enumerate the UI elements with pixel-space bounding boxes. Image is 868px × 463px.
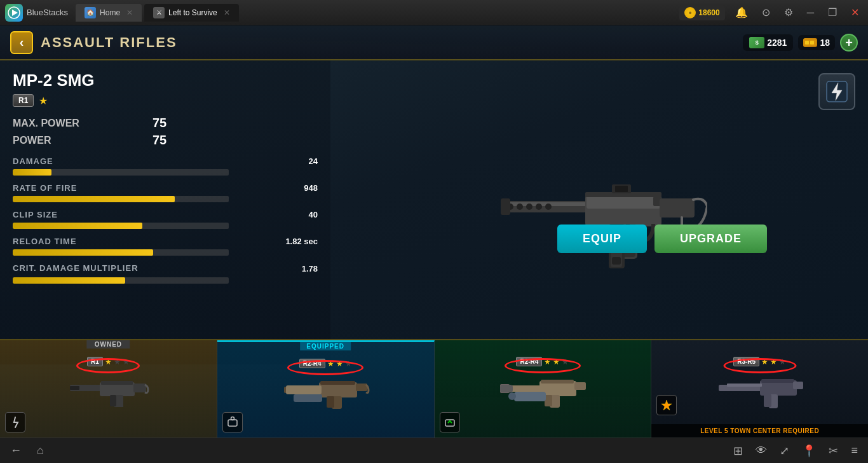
power-row: POWER 75 — [13, 133, 318, 148]
svg-rect-34 — [133, 384, 146, 392]
stat-damage: DAMAGE 24 — [13, 156, 318, 176]
svg-rect-40 — [286, 385, 322, 394]
weapon-slot-4[interactable]: R3-R5 ★ ★ ★ — [651, 340, 868, 438]
svg-rect-42 — [294, 394, 322, 402]
home-tab-close[interactable]: ✕ — [126, 8, 133, 17]
notifications-icon[interactable]: 🔔 — [731, 5, 752, 20]
stat-damage-fill — [13, 169, 51, 176]
cash-amount: 2281 — [767, 38, 787, 48]
svg-rect-31 — [101, 381, 133, 385]
upgrade-button[interactable]: UPGRADE — [654, 225, 767, 253]
rank-row: R1 ★ — [13, 94, 318, 107]
slot-1-star-2: ★ — [114, 357, 121, 366]
screenshot-icon[interactable]: ⊙ — [758, 5, 774, 20]
slot-4-rank: R3-R5 — [733, 357, 759, 366]
weapon-slot-2[interactable]: EQUIPPED R2-R4 ★ ★ ★ — [217, 340, 435, 438]
slot-1-star-3: ★ — [123, 357, 130, 366]
slot-2-star-2: ★ — [336, 359, 343, 368]
settings-icon[interactable]: ⚙ — [780, 5, 797, 20]
slot-3-star-3: ★ — [562, 357, 569, 366]
weapon-name: MP-2 SMG — [13, 71, 318, 90]
slot-4-type-icon — [660, 399, 673, 411]
stat-damage-label: DAMAGE — [13, 156, 53, 166]
slot-1-tab: OWNED — [87, 340, 130, 349]
slot-2-type-icon — [226, 416, 239, 429]
taskbar-home-button[interactable]: ⌂ — [34, 441, 46, 460]
stat-crit-bar — [13, 277, 229, 284]
stat-rof-value: 948 — [304, 183, 318, 193]
svg-rect-6 — [504, 202, 587, 206]
svg-rect-49 — [500, 385, 513, 392]
stat-rof-fill — [13, 196, 175, 202]
stat-reload-value: 1.82 sec — [285, 237, 318, 246]
taskbar: ← ⌂ ⊞ 👁 ⤢ 📍 ✂ ≡ — [0, 438, 868, 463]
svg-point-11 — [545, 204, 552, 210]
slot-4-star-1: ★ — [761, 357, 768, 366]
svg-rect-29 — [70, 386, 79, 390]
svg-rect-60 — [764, 394, 771, 407]
restore-button[interactable]: ❐ — [824, 5, 841, 20]
back-button[interactable]: ‹ — [10, 31, 33, 54]
svg-rect-43 — [228, 420, 237, 426]
tab-home[interactable]: 🏠 Home ✕ — [76, 4, 142, 22]
slot-4-weapon-svg — [715, 371, 804, 409]
slot-4-weapon — [656, 369, 863, 410]
close-button[interactable]: ✕ — [847, 5, 863, 20]
tab-game[interactable]: ⚔ Left to Survive ✕ — [144, 4, 239, 22]
svg-rect-33 — [110, 395, 116, 406]
svg-rect-14 — [587, 196, 660, 209]
titlebar-right: ● 18600 🔔 ⊙ ⚙ ─ ❐ ✕ — [679, 5, 863, 20]
slot-3-star-1: ★ — [544, 357, 551, 366]
weapon-slot-3[interactable]: R2-R4 ★ ★ ★ — [435, 340, 652, 438]
minimize-button[interactable]: ─ — [803, 6, 818, 20]
stat-clip-value: 40 — [309, 210, 318, 219]
svg-rect-58 — [761, 379, 794, 383]
slot-1-rank-row: R1 ★ ★ ★ — [87, 357, 130, 366]
svg-point-54 — [508, 392, 516, 400]
upgrade-icon-button[interactable] — [818, 73, 855, 110]
bluestacks-label: BlueStacks — [27, 8, 68, 17]
weapon-svg — [491, 149, 707, 276]
stat-rof: RATE OF FIRE 948 — [13, 183, 318, 202]
svg-point-44 — [231, 417, 234, 420]
taskbar-right: ⊞ 👁 ⤢ 📍 ✂ ≡ — [731, 441, 860, 460]
stat-clip-label: CLIP SIZE — [13, 210, 58, 219]
locked-text: LEVEL 5 TOWN CENTER REQUIRED — [651, 424, 868, 438]
svg-rect-41 — [356, 384, 367, 391]
slot-4-star-3: ★ — [779, 357, 786, 366]
stat-reload-bar — [13, 249, 229, 256]
slot-1-weapon — [5, 369, 212, 410]
weapon-stats-panel: MP-2 SMG R1 ★ MAX. POWER 75 POWER 75 — [0, 60, 330, 364]
equip-button[interactable]: EQUIP — [557, 225, 647, 253]
taskbar-menu-icon[interactable]: ≡ — [848, 441, 860, 460]
stat-crit-value: 1.78 — [302, 264, 318, 273]
slot-2-rank: R2-R4 — [299, 359, 325, 368]
taskbar-location-icon[interactable]: 📍 — [799, 441, 818, 460]
slot-4-rank-row: R3-R5 ★ ★ ★ — [733, 357, 786, 366]
gold-bar-icon — [803, 38, 817, 47]
stat-rof-label: RATE OF FIRE — [13, 183, 77, 193]
stat-reload-fill — [13, 249, 153, 256]
power-label: POWER — [13, 135, 153, 146]
slot-2-tab: EQUIPPED — [300, 342, 351, 350]
max-power-row: MAX. POWER 75 — [13, 116, 318, 130]
taskbar-cut-icon[interactable]: ✂ — [826, 441, 841, 460]
weapon-list: OWNED R1 ★ ★ ★ — [0, 339, 868, 438]
taskbar-eye-icon[interactable]: 👁 — [753, 441, 770, 460]
game-tab-close[interactable]: ✕ — [224, 8, 230, 17]
taskbar-expand-icon[interactable]: ⤢ — [777, 441, 792, 460]
stat-clip: CLIP SIZE 40 — [13, 210, 318, 229]
taskbar-grid-icon[interactable]: ⊞ — [731, 441, 745, 460]
stats-list: DAMAGE 24 RATE OF FIRE 948 — [13, 156, 318, 284]
weapon-slot-1[interactable]: OWNED R1 ★ ★ ★ — [0, 340, 217, 438]
stat-crit-label: CRIT. DAMAGE MULTIPLIER — [13, 263, 139, 274]
gold-amount: 18 — [820, 38, 830, 48]
stat-damage-value: 24 — [309, 156, 318, 166]
bluestacks-logo: BlueStacks — [5, 4, 68, 22]
taskbar-back-button[interactable]: ← — [8, 441, 24, 460]
stat-crit: CRIT. DAMAGE MULTIPLIER 1.78 — [13, 263, 318, 284]
stat-clip-bar — [13, 223, 229, 229]
stat-damage-bar — [13, 169, 229, 176]
slot-2-star-1: ★ — [327, 359, 334, 368]
add-gold-button[interactable]: + — [840, 34, 858, 52]
